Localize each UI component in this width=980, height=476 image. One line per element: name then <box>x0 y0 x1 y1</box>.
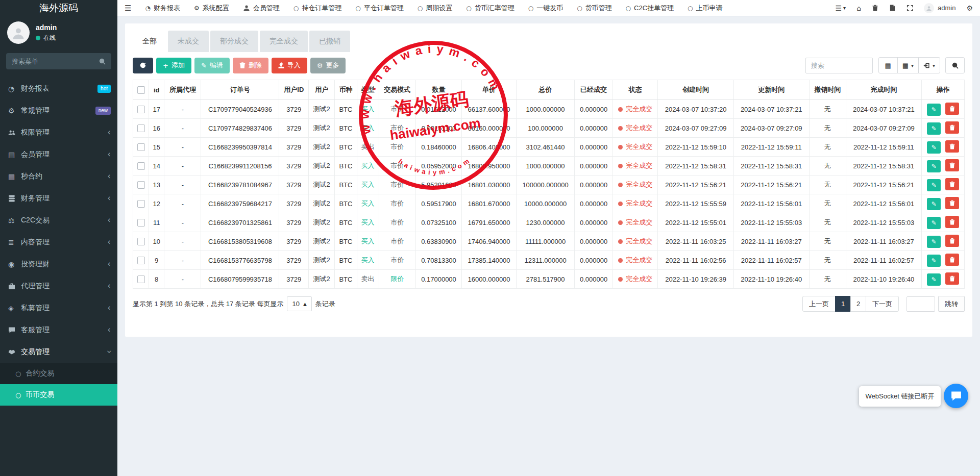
row-checkbox[interactable] <box>137 238 145 245</box>
export-button[interactable]: ▾ <box>918 57 940 73</box>
more-button[interactable]: ⚙ 更多 <box>310 58 346 73</box>
sidebar-item[interactable]: ◈ 私募管理 ‹ <box>0 297 117 319</box>
status-tab[interactable]: 完全成交 <box>260 31 308 52</box>
per-page-select[interactable]: 10 ▲ <box>287 296 311 311</box>
column-header[interactable]: 单价 <box>462 80 517 100</box>
row-checkbox[interactable] <box>137 275 145 283</box>
row-edit-button[interactable]: ✎ <box>927 141 941 154</box>
row-delete-button[interactable] <box>945 178 959 190</box>
sidebar-subitem[interactable]: ○ 合约交易 <box>0 363 117 384</box>
hamburger-icon[interactable]: ☰ <box>125 4 131 13</box>
refresh-button[interactable] <box>133 58 153 73</box>
row-checkbox[interactable] <box>137 124 145 132</box>
column-header[interactable]: 交易模式 <box>379 80 415 100</box>
add-button[interactable]: + 添加 <box>156 58 191 73</box>
sidebar-item[interactable]: 客服管理 ‹ <box>0 319 117 341</box>
column-header[interactable]: 总价 <box>516 80 575 100</box>
prev-page-button[interactable]: 上一页 <box>802 296 836 312</box>
sidebar-item[interactable]: ◉ 投资理财 ‹ <box>0 253 117 275</box>
column-header[interactable]: 类型 <box>357 80 379 100</box>
jump-button[interactable]: 跳转 <box>938 296 965 312</box>
sidebar-item[interactable]: ▦ 秒合约 ‹ <box>0 165 117 187</box>
column-header[interactable]: 撤销时间 <box>809 80 846 100</box>
jump-page-input[interactable] <box>906 296 935 312</box>
sidebar-item[interactable]: ▤ 会员管理 ‹ <box>0 143 117 165</box>
home-button[interactable]: ⌂ <box>856 4 861 12</box>
nav-menu-toggle[interactable]: ☰ ▾ <box>836 4 846 12</box>
delete-button[interactable]: 删除 <box>233 58 268 73</box>
row-delete-button[interactable] <box>945 197 959 209</box>
row-edit-button[interactable]: ✎ <box>927 217 941 229</box>
row-edit-button[interactable]: ✎ <box>927 273 941 286</box>
column-header[interactable]: 操作 <box>922 80 965 100</box>
navbar-item[interactable]: ○ C2C挂单管理 <box>626 4 674 13</box>
row-checkbox[interactable] <box>137 106 145 113</box>
navbar-item[interactable]: ○ 上币申请 <box>688 4 722 13</box>
table-search-input[interactable] <box>805 58 873 73</box>
column-header[interactable]: 数量 <box>415 80 462 100</box>
sidebar-item[interactable]: 交易管理 ‹ <box>0 341 117 363</box>
navbar-item[interactable]: ○ 持仓订单管理 <box>293 4 341 13</box>
sidebar-item[interactable]: 财务管理 ‹ <box>0 187 117 209</box>
navbar-item[interactable]: 会员管理 <box>243 4 280 13</box>
row-edit-button[interactable]: ✎ <box>927 160 941 172</box>
navbar-item[interactable]: ○ 周期设置 <box>418 4 452 13</box>
column-header[interactable]: 币种 <box>335 80 357 100</box>
column-header[interactable]: id <box>149 80 164 100</box>
row-checkbox[interactable] <box>137 219 145 227</box>
columns-button[interactable]: ▦▾ <box>897 57 919 73</box>
status-tab[interactable]: 已撤销 <box>309 31 350 52</box>
navbar-item[interactable]: ○ 平仓订单管理 <box>355 4 403 13</box>
navbar-item[interactable]: ○ 货币汇率管理 <box>466 4 514 13</box>
row-edit-button[interactable]: ✎ <box>927 236 941 248</box>
row-delete-button[interactable] <box>945 272 959 285</box>
sidebar-item[interactable]: 代理管理 ‹ <box>0 275 117 297</box>
row-delete-button[interactable] <box>945 103 959 115</box>
status-tab[interactable]: 未成交 <box>168 31 209 52</box>
fullscreen-button[interactable] <box>906 5 913 11</box>
sidebar-subitem[interactable]: ○ 币币交易 <box>0 384 117 406</box>
column-header[interactable]: 更新时间 <box>733 80 809 100</box>
row-edit-button[interactable]: ✎ <box>927 104 941 116</box>
navbar-item[interactable]: ○ 一键发币 <box>528 4 563 13</box>
navbar-item[interactable]: ◔ 财务报表 <box>145 4 180 13</box>
sidebar-item[interactable]: ⚙ 常规管理 new <box>0 99 117 121</box>
column-header[interactable]: 订单号 <box>201 80 279 100</box>
page-number-button[interactable]: 1 <box>835 296 851 312</box>
row-delete-button[interactable] <box>945 254 959 266</box>
column-header[interactable]: 用户 <box>309 80 335 100</box>
select-all-checkbox[interactable] <box>137 86 145 94</box>
row-delete-button[interactable] <box>945 140 959 153</box>
row-checkbox[interactable] <box>137 200 145 208</box>
row-delete-button[interactable] <box>945 216 959 228</box>
sidebar-item[interactable]: ◔ 财务报表 hot <box>0 78 117 99</box>
edit-button[interactable]: ✎ 编辑 <box>194 58 230 73</box>
row-edit-button[interactable]: ✎ <box>927 198 941 210</box>
column-header[interactable]: 完成时间 <box>846 80 921 100</box>
column-header[interactable]: 所属代理 <box>164 80 201 100</box>
row-edit-button[interactable]: ✎ <box>927 179 941 191</box>
status-tab[interactable]: 全部 <box>133 31 166 52</box>
search-submit-button[interactable] <box>945 57 965 73</box>
row-checkbox[interactable] <box>137 181 145 189</box>
column-header[interactable]: 已经成交 <box>575 80 613 100</box>
column-header[interactable]: 用户ID <box>279 80 309 100</box>
row-edit-button[interactable]: ✎ <box>927 255 941 267</box>
row-delete-button[interactable] <box>945 159 959 171</box>
card-view-button[interactable]: ▤ <box>878 57 898 73</box>
sidebar-search-input[interactable] <box>12 58 96 65</box>
search-icon[interactable] <box>99 58 106 65</box>
row-checkbox[interactable] <box>137 257 145 264</box>
sidebar-item[interactable]: 权限管理 ‹ <box>0 121 117 143</box>
status-tab[interactable]: 部分成交 <box>210 31 258 52</box>
column-header[interactable]: 创建时间 <box>658 80 733 100</box>
clear-cache-button[interactable] <box>872 5 878 11</box>
page-number-button[interactable]: 2 <box>850 296 866 312</box>
import-button[interactable]: 导入 <box>272 58 307 73</box>
navbar-item[interactable]: ○ 货币管理 <box>577 4 611 13</box>
row-checkbox[interactable] <box>137 143 145 151</box>
chat-widget-button[interactable] <box>944 384 968 408</box>
sidebar-item[interactable]: ≣ 内容管理 ‹ <box>0 231 117 253</box>
next-page-button[interactable]: 下一页 <box>866 296 899 312</box>
row-edit-button[interactable]: ✎ <box>927 122 941 135</box>
